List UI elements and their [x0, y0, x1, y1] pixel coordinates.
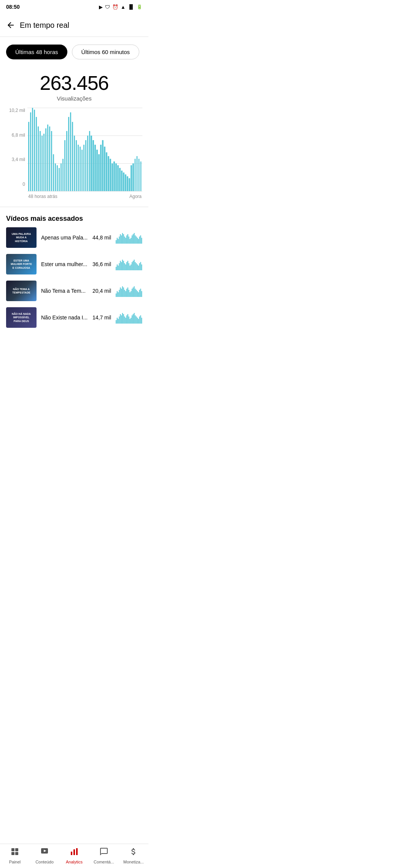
chart-bar: [85, 140, 86, 191]
svg-rect-39: [131, 264, 131, 270]
svg-rect-76: [117, 318, 118, 324]
svg-rect-87: [129, 316, 129, 324]
chart-bar: [129, 178, 130, 191]
chart-bar: [100, 145, 101, 191]
svg-rect-43: [135, 262, 135, 270]
chart-bar: [138, 159, 139, 191]
video-title: Ester uma mulher...: [41, 261, 87, 267]
chart-bar: [92, 140, 94, 191]
svg-rect-64: [131, 291, 131, 297]
chart-bar: [55, 163, 56, 191]
top-videos-section: Vídeos mais acessados UMA PALAVRA MUDA A…: [0, 212, 148, 328]
y-label-zero: 0: [3, 182, 25, 187]
y-label-mid1: 6,8 mil: [3, 132, 25, 138]
svg-rect-23: [140, 235, 141, 244]
svg-rect-4: [120, 234, 121, 244]
svg-rect-49: [141, 264, 142, 270]
status-time: 08:50: [6, 4, 20, 10]
svg-rect-81: [122, 313, 123, 324]
chart-bar: [41, 136, 43, 191]
svg-rect-70: [137, 291, 138, 297]
chart-bar: [106, 152, 107, 191]
svg-rect-40: [132, 262, 132, 270]
svg-rect-38: [129, 266, 130, 270]
y-label-mid2: 3,4 mil: [3, 157, 25, 162]
svg-rect-46: [138, 266, 139, 270]
chart-bar: [57, 165, 58, 191]
battery-icon: 🔋: [137, 4, 142, 10]
video-item[interactable]: NÃO TEMA A TEMPESTADENão Tema a Tem...20…: [6, 281, 142, 301]
chart-bar: [89, 131, 90, 191]
svg-rect-72: [139, 290, 140, 297]
svg-rect-69: [136, 290, 137, 297]
chart-bar: [83, 145, 84, 191]
chart-area: 48 horas atrás Agora: [27, 108, 142, 199]
video-item[interactable]: NÃO HÁ NADA IMPOSSÍVEL PARA DEUSNão Exis…: [6, 307, 142, 328]
back-button[interactable]: [3, 18, 18, 33]
chart-bar: [140, 161, 141, 191]
svg-rect-80: [121, 315, 122, 324]
chart-bar: [123, 172, 124, 191]
chart-bar: [121, 171, 122, 191]
svg-rect-9: [125, 238, 126, 244]
svg-rect-28: [119, 263, 119, 270]
views-label: Visualizações: [0, 95, 148, 102]
svg-rect-34: [125, 264, 126, 270]
chart-bar: [125, 174, 126, 191]
video-list: UMA PALAVRA MUDA A HISTÓRIAApenas uma Pa…: [0, 227, 148, 328]
svg-rect-17: [134, 233, 135, 244]
chart-bar: [78, 145, 79, 191]
video-item[interactable]: UMA PALAVRA MUDA A HISTÓRIAApenas uma Pa…: [6, 227, 142, 248]
svg-rect-68: [135, 289, 135, 297]
shield-icon: 🛡: [105, 4, 110, 10]
video-thumbnail: UMA PALAVRA MUDA A HISTÓRIA: [6, 227, 37, 248]
chart-bar: [94, 145, 96, 191]
filter-60min[interactable]: Últimos 60 minutos: [72, 45, 140, 59]
chart-bar: [117, 165, 118, 191]
svg-rect-16: [133, 234, 134, 244]
svg-rect-57: [123, 287, 124, 297]
svg-rect-79: [120, 314, 121, 324]
svg-rect-61: [127, 287, 128, 297]
chart-bar: [96, 150, 97, 191]
svg-rect-48: [140, 262, 141, 270]
chart-bar: [87, 136, 88, 191]
svg-rect-41: [133, 261, 134, 270]
svg-rect-2: [118, 239, 119, 244]
svg-rect-30: [121, 262, 122, 270]
mini-chart: [116, 311, 142, 324]
svg-rect-21: [138, 239, 139, 244]
svg-rect-1: [117, 238, 118, 244]
svg-rect-12: [129, 236, 129, 244]
page-header: Em tempo real: [0, 14, 148, 37]
chart-bar: [62, 159, 64, 191]
chart-bar: [104, 147, 105, 191]
y-label-top: 10,2 mil: [3, 108, 25, 113]
svg-rect-58: [124, 290, 125, 297]
svg-rect-65: [132, 289, 132, 297]
svg-rect-45: [137, 264, 138, 270]
svg-rect-77: [118, 319, 119, 324]
chart-bar: [113, 161, 115, 191]
top-videos-title: Vídeos mais acessados: [0, 212, 148, 227]
chart-bar: [30, 112, 31, 191]
svg-rect-71: [138, 292, 139, 297]
video-item[interactable]: ESTER UMA MULHER FORTE E CORAJOSAEster u…: [6, 254, 142, 274]
svg-rect-22: [139, 236, 140, 244]
svg-rect-56: [122, 286, 123, 297]
chart-bar: [91, 136, 92, 191]
video-title: Apenas uma Pala...: [41, 235, 88, 241]
chart-bar: [115, 163, 116, 191]
svg-rect-15: [132, 235, 132, 244]
svg-rect-24: [141, 238, 142, 244]
chart-bar: [28, 122, 29, 191]
svg-rect-86: [127, 314, 128, 324]
time-filter: Últimas 48 horas Últimos 60 minutos: [0, 37, 148, 65]
mini-chart: [116, 231, 142, 244]
filter-48h[interactable]: Últimas 48 horas: [6, 45, 67, 59]
chart-bar: [64, 140, 65, 191]
chart-bar: [134, 159, 135, 191]
svg-rect-20: [137, 238, 138, 244]
chart-y-labels: 10,2 mil 6,8 mil 3,4 mil 0: [3, 108, 25, 187]
svg-rect-98: [140, 315, 141, 324]
